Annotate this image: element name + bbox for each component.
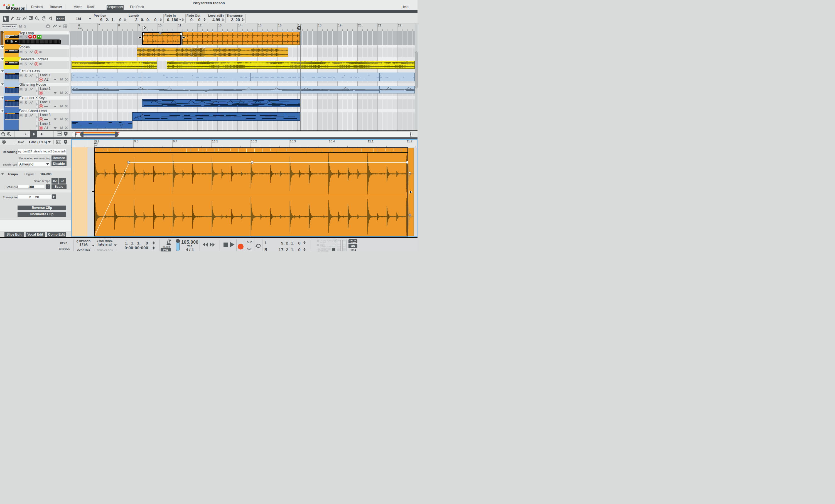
svg-text:F: F: [65, 132, 66, 135]
svg-text:F: F: [65, 141, 66, 143]
svg-text:R: R: [298, 27, 300, 29]
